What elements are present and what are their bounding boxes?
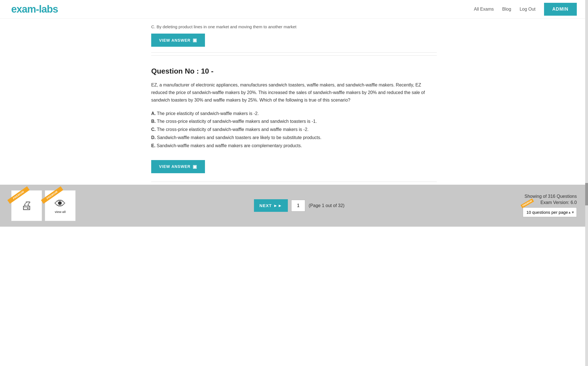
- chat-icon-q10: ▣: [193, 164, 197, 169]
- view-answer-label-prev: VIEW ANSWER: [159, 38, 190, 43]
- footer-right: Showing of 316 Questions Exam Version: 6…: [523, 194, 577, 217]
- footer-center: NEXT ►► (Page 1 out of 32): [254, 199, 345, 212]
- per-page-select[interactable]: 5 questions per page 10 questions per pa…: [523, 207, 577, 217]
- option-e-letter: E.: [151, 143, 155, 148]
- answer-options-list: A. The price elasticity of sandwich-waff…: [151, 110, 437, 150]
- showing-questions: Showing of 316 Questions: [523, 194, 577, 199]
- question-section: Question No : 10 - EZ, a manufacturer of…: [151, 58, 437, 179]
- page-number-input[interactable]: [291, 200, 305, 212]
- page-info: (Page 1 out of 32): [309, 203, 344, 208]
- option-c-text: The cross-price elasticity of sandwich-w…: [157, 127, 309, 132]
- divider-2: [151, 182, 437, 182]
- option-d-letter: D.: [151, 135, 156, 140]
- view-answer-button-prev[interactable]: VIEW ANSWER ▣: [151, 34, 205, 47]
- chat-icon-prev: ▣: [193, 37, 197, 43]
- nav-logout[interactable]: Log Out: [520, 7, 536, 12]
- option-d-text: Sandwich-waffle makers and sandwich toas…: [157, 135, 321, 140]
- logo: exam-labs: [11, 3, 58, 15]
- scrollbar-track[interactable]: [585, 0, 588, 227]
- list-item: A. The price elasticity of sandwich-waff…: [151, 110, 437, 118]
- question-number: Question No : 10 -: [151, 67, 437, 76]
- view-all-label: view all: [55, 210, 66, 214]
- list-item: E. Sandwich-waffle makers and waffle mak…: [151, 142, 437, 150]
- list-item: C. The cross-price elasticity of sandwic…: [151, 126, 437, 134]
- next-arrows-icon: ►►: [274, 203, 283, 208]
- previous-question-stub: C. By deleting product lines in one mark…: [151, 19, 437, 53]
- next-label: NEXT: [260, 203, 272, 208]
- option-b-text: The cross-price elasticity of sandwich-w…: [157, 119, 317, 124]
- footer-bar: PREMIUM 🖨 PREMIUM 👁 view all NEXT ►► (Pa…: [0, 185, 588, 227]
- footer-left: PREMIUM 🖨 PREMIUM 👁 view all: [11, 190, 76, 221]
- premium-viewall-card[interactable]: PREMIUM 👁 view all: [45, 190, 76, 221]
- eye-icon: 👁: [55, 198, 66, 210]
- view-answer-button-q10[interactable]: VIEW ANSWER ▣: [151, 160, 205, 173]
- option-a-letter: A.: [151, 111, 156, 116]
- option-b-letter: B.: [151, 119, 156, 124]
- option-c-letter: C.: [151, 127, 156, 132]
- next-button[interactable]: NEXT ►►: [254, 199, 288, 212]
- printer-icon: 🖨: [21, 199, 32, 212]
- admin-button[interactable]: ADMIN: [544, 3, 577, 16]
- header: exam-labs All Exams Blog Log Out ADMIN: [0, 0, 588, 19]
- main-content: C. By deleting product lines in one mark…: [140, 19, 448, 182]
- prev-question-text: C. By deleting product lines in one mark…: [151, 24, 437, 29]
- scrollbar-thumb[interactable]: [585, 183, 588, 205]
- per-page-wrapper: PREMIUM 5 questions per page 10 question…: [523, 207, 577, 217]
- option-a-text: The price elasticity of sandwich-waffle …: [157, 111, 259, 116]
- navigation: All Exams Blog Log Out ADMIN: [474, 3, 577, 16]
- question-body: EZ, a manufacturer of electronic applian…: [151, 81, 437, 104]
- list-item: D. Sandwich-waffle makers and sandwich t…: [151, 134, 437, 142]
- premium-printer-card[interactable]: PREMIUM 🖨: [11, 190, 42, 221]
- option-e-text: Sandwich-waffle makers and waffle makers…: [157, 143, 302, 148]
- nav-blog[interactable]: Blog: [502, 7, 511, 12]
- nav-all-exams[interactable]: All Exams: [474, 7, 494, 12]
- list-item: B. The cross-price elasticity of sandwic…: [151, 118, 437, 126]
- divider-1: [151, 55, 437, 56]
- view-answer-label-q10: VIEW ANSWER: [159, 164, 190, 169]
